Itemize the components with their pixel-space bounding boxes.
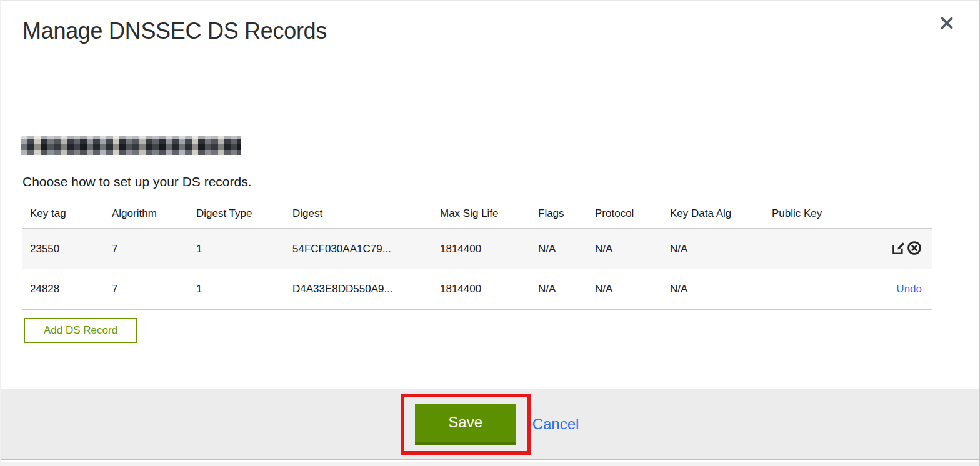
cell-max-sig-life: 1814400 bbox=[432, 283, 531, 295]
ds-records-table: Key tag Algorithm Digest Type Digest Max… bbox=[22, 199, 932, 310]
cell-protocol: N/A bbox=[588, 283, 662, 295]
cell-algorithm: 7 bbox=[104, 283, 189, 295]
cell-flags: N/A bbox=[531, 283, 588, 295]
column-header-digest-type: Digest Type bbox=[189, 207, 285, 220]
column-header-max-sig-life: Max Sig Life bbox=[432, 207, 531, 220]
table-header-row: Key tag Algorithm Digest Type Digest Max… bbox=[22, 199, 932, 229]
cell-protocol: N/A bbox=[588, 243, 662, 255]
column-header-algorithm: Algorithm bbox=[104, 207, 189, 220]
cell-digest-type: 1 bbox=[189, 243, 285, 255]
edit-record-button[interactable] bbox=[891, 242, 906, 257]
manage-dnssec-modal: Manage DNSSEC DS Records Choose how to s… bbox=[0, 0, 980, 466]
page-title: Manage DNSSEC DS Records bbox=[22, 18, 979, 44]
save-button[interactable]: Save bbox=[415, 404, 516, 445]
cell-digest: D4A33E8DD550A9... bbox=[285, 283, 432, 295]
delete-circle-x-icon bbox=[907, 240, 922, 257]
column-header-key-tag: Key tag bbox=[22, 207, 104, 220]
column-header-protocol: Protocol bbox=[588, 207, 662, 220]
table-row-deleted: 24828 7 1 D4A33E8DD550A9... 1814400 N/A … bbox=[22, 269, 932, 310]
edit-icon bbox=[891, 241, 906, 257]
column-header-key-data-alg: Key Data Alg bbox=[662, 207, 764, 220]
cell-key-data-alg: N/A bbox=[662, 243, 764, 255]
add-ds-record-button[interactable]: Add DS Record bbox=[24, 318, 138, 343]
close-icon bbox=[939, 15, 955, 33]
cell-key-tag: 24828 bbox=[22, 283, 104, 295]
cell-flags: N/A bbox=[531, 243, 588, 255]
annotation-highlight-box: Save bbox=[401, 394, 531, 455]
cell-key-tag: 23550 bbox=[22, 243, 104, 255]
cell-algorithm: 7 bbox=[104, 243, 189, 255]
modal-footer: Save Cancel bbox=[1, 389, 979, 460]
bottom-strip bbox=[1, 462, 979, 466]
cell-digest: 54FCF030AA1C79... bbox=[285, 243, 432, 255]
undo-link[interactable]: Undo bbox=[896, 283, 922, 295]
cell-key-data-alg: N/A bbox=[662, 283, 764, 295]
cell-max-sig-life: 1814400 bbox=[432, 243, 531, 255]
cell-actions bbox=[852, 242, 932, 257]
table-row: 23550 7 1 54FCF030AA1C79... 1814400 N/A … bbox=[22, 229, 932, 269]
column-header-flags: Flags bbox=[531, 207, 588, 220]
cancel-link[interactable]: Cancel bbox=[532, 415, 579, 433]
delete-record-button[interactable] bbox=[907, 242, 922, 257]
cell-actions: Undo bbox=[852, 283, 932, 295]
close-button[interactable] bbox=[938, 14, 956, 33]
redacted-domain-name bbox=[21, 136, 241, 155]
instruction-text: Choose how to set up your DS records. bbox=[22, 174, 979, 189]
column-header-digest: Digest bbox=[285, 207, 432, 220]
cell-digest-type: 1 bbox=[189, 283, 285, 295]
column-header-public-key: Public Key bbox=[764, 207, 852, 220]
